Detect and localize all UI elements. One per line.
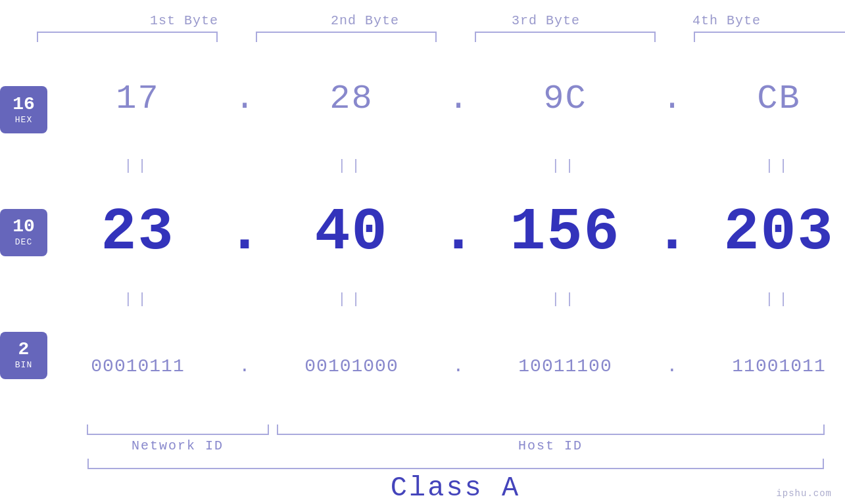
bin-badge-label: BIN (15, 360, 32, 370)
dec-val-3: 156 (475, 199, 656, 266)
hex-badge: 16 HEX (0, 86, 47, 133)
class-label: Class A (87, 472, 824, 504)
network-bracket (87, 424, 269, 435)
top-bracket-4 (694, 32, 846, 42)
id-labels-row: Network ID Host ID (33, 438, 845, 453)
bin-dot-2: . (442, 356, 475, 377)
equals-row-2: || || || || (47, 290, 845, 309)
watermark: ipshu.com (776, 488, 832, 499)
hex-dot-3: . (656, 80, 688, 118)
full-bracket (87, 459, 824, 469)
dec-dot-1: . (228, 199, 261, 266)
eq2-3: || (475, 291, 656, 308)
byte-headers: 1st Byte 2nd Byte 3rd Byte 4th Byte (33, 0, 845, 28)
hex-val-3: 9C (475, 80, 656, 118)
eq1-4: || (688, 158, 845, 174)
hex-badge-label: HEX (15, 115, 32, 125)
bin-val-2: 00101000 (261, 356, 442, 377)
top-bracket-1 (37, 32, 218, 42)
top-bracket-2 (256, 32, 437, 42)
dec-dot-2: . (442, 199, 475, 266)
eq2-2: || (261, 291, 442, 308)
equals-row-1: || || || || (47, 156, 845, 175)
eq2-1: || (47, 291, 228, 308)
top-bracket-3 (475, 32, 656, 42)
dec-badge-label: DEC (15, 237, 32, 247)
bin-dot-3: . (656, 356, 688, 377)
host-bracket (277, 424, 825, 435)
bin-badge-num: 2 (18, 340, 30, 359)
dec-val-1: 23 (47, 199, 228, 266)
bin-val-4: 11001011 (688, 356, 845, 377)
dec-val-2: 40 (261, 199, 442, 266)
eq2-4: || (688, 291, 845, 308)
hex-badge-num: 16 (12, 95, 35, 114)
bin-val-1: 00010111 (47, 356, 228, 377)
dec-val-4: 203 (688, 199, 845, 266)
bottom-brackets (33, 424, 845, 435)
network-id-label: Network ID (87, 438, 269, 453)
host-id-label: Host ID (277, 438, 825, 453)
hex-val-4: CB (688, 80, 845, 118)
hex-row: 17 . 28 . 9C . CB (47, 42, 845, 156)
eq1-3: || (475, 158, 656, 174)
dec-badge-num: 10 (12, 218, 35, 236)
hex-val-1: 17 (47, 80, 228, 118)
byte-header-4: 4th Byte (637, 13, 817, 28)
bin-badge: 2 BIN (0, 332, 47, 379)
full-bracket-row (33, 459, 845, 469)
bin-dot-1: . (228, 356, 261, 377)
byte-header-3: 3rd Byte (456, 13, 637, 28)
bin-row: 00010111 . 00101000 . 10011100 . (47, 309, 845, 423)
values-column: 17 . 28 . 9C . CB (47, 42, 845, 423)
rows-wrapper: 16 HEX 10 DEC 2 BIN 17 . (0, 42, 845, 423)
top-brackets (33, 32, 845, 42)
dec-row: 23 . 40 . 156 . 203 (47, 175, 845, 289)
hex-dot-2: . (442, 80, 475, 118)
hex-dot-1: . (228, 80, 261, 118)
badges-column: 16 HEX 10 DEC 2 BIN (0, 42, 47, 423)
dec-dot-3: . (656, 199, 688, 266)
eq1-2: || (261, 158, 442, 174)
byte-header-2: 2nd Byte (275, 13, 456, 28)
bin-val-3: 10011100 (475, 356, 656, 377)
main-container: 1st Byte 2nd Byte 3rd Byte 4th Byte 16 H… (0, 0, 845, 504)
hex-val-2: 28 (261, 80, 442, 118)
dec-badge: 10 DEC (0, 209, 47, 256)
eq1-1: || (47, 158, 228, 174)
class-label-row: Class A (33, 472, 845, 504)
byte-header-1: 1st Byte (94, 13, 275, 28)
